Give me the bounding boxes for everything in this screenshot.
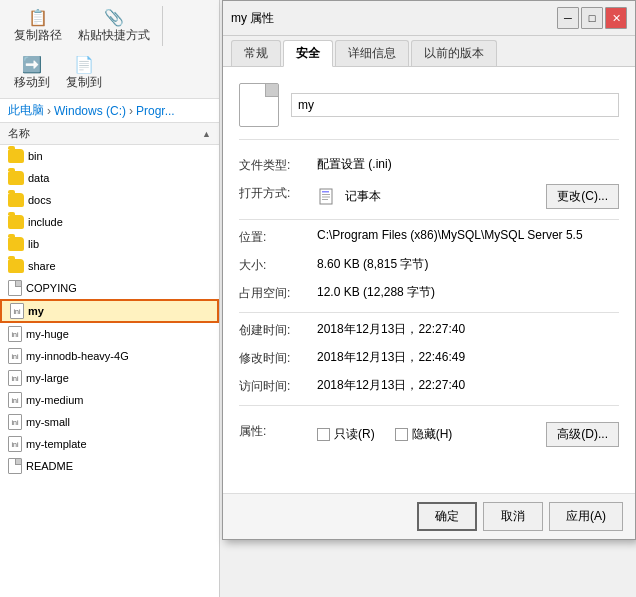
size-label: 大小: <box>239 256 309 274</box>
list-item[interactable]: README <box>0 455 219 477</box>
svg-rect-3 <box>322 196 330 197</box>
move-icon: ➡️ <box>20 54 44 74</box>
file-icon <box>8 280 22 296</box>
list-item[interactable]: COPYING <box>0 277 219 299</box>
file-item-name: README <box>26 460 73 472</box>
toolbar-divider <box>162 6 163 46</box>
tab-previous-versions[interactable]: 以前的版本 <box>411 40 497 66</box>
file-item-name: my-large <box>26 372 69 384</box>
file-item-name: my-huge <box>26 328 69 340</box>
divider3 <box>239 405 619 406</box>
open-with-app: 记事本 <box>345 188 381 205</box>
paste-shortcut-label: 粘贴快捷方式 <box>78 27 150 44</box>
readonly-checkbox[interactable]: 只读(R) <box>317 426 375 443</box>
hidden-label: 隐藏(H) <box>412 426 453 443</box>
copy-to-label: 复制到 <box>66 74 102 91</box>
list-item[interactable]: ini my-huge <box>0 323 219 345</box>
file-item-name: include <box>28 216 63 228</box>
list-item[interactable]: ini my-innodb-heavy-4G <box>0 345 219 367</box>
minimize-button[interactable]: ─ <box>557 7 579 29</box>
tabs-bar: 常规 安全 详细信息 以前的版本 <box>223 36 635 67</box>
size-value: 8.60 KB (8,815 字节) <box>317 256 619 273</box>
file-item-name: lib <box>28 238 39 250</box>
hidden-checkbox-box[interactable] <box>395 428 408 441</box>
file-name-input[interactable] <box>291 93 619 117</box>
list-item[interactable]: docs <box>0 189 219 211</box>
move-to-button[interactable]: ➡️ 移动到 <box>8 51 56 94</box>
modified-value: 2018年12月13日，22:46:49 <box>317 349 619 366</box>
ini-file-icon: ini <box>8 326 22 342</box>
open-with-content: 记事本 更改(C)... <box>317 184 619 209</box>
disk-size-row: 占用空间: 12.0 KB (12,288 字节) <box>239 284 619 302</box>
title-buttons: ─ □ ✕ <box>557 7 627 29</box>
tab-general[interactable]: 常规 <box>231 40 281 66</box>
toolbar: 📋 复制路径 📎 粘贴快捷方式 ➡️ 移动到 📄 复制到 <box>0 0 219 99</box>
paste-shortcut-icon: 📎 <box>102 7 126 27</box>
ini-file-icon: ini <box>8 414 22 430</box>
copy-icon: 📄 <box>72 54 96 74</box>
open-with-label: 打开方式: <box>239 184 309 202</box>
list-item[interactable]: lib <box>0 233 219 255</box>
ini-file-icon: ini <box>8 436 22 452</box>
breadcrumb: 此电脑 › Windows (C:) › Progr... <box>0 99 219 123</box>
file-item-name: data <box>28 172 49 184</box>
list-item[interactable]: bin <box>0 145 219 167</box>
tab-security[interactable]: 安全 <box>283 40 333 67</box>
file-item-name: bin <box>28 150 43 162</box>
copy-to-button[interactable]: 📄 复制到 <box>60 51 108 94</box>
ok-button[interactable]: 确定 <box>417 502 477 531</box>
open-with-row: 打开方式: 记事本 更改(C)... <box>239 184 619 209</box>
folder-icon <box>8 237 24 251</box>
created-row: 创建时间: 2018年12月13日，22:27:40 <box>239 321 619 339</box>
list-item[interactable]: ini my-large <box>0 367 219 389</box>
folder-icon <box>8 149 24 163</box>
column-header[interactable]: 名称 ▲ <box>0 123 219 145</box>
close-button[interactable]: ✕ <box>605 7 627 29</box>
accessed-row: 访问时间: 2018年12月13日，22:27:40 <box>239 377 619 395</box>
svg-rect-2 <box>322 194 330 195</box>
modified-label: 修改时间: <box>239 349 309 367</box>
copy-path-button[interactable]: 📋 复制路径 <box>8 4 68 47</box>
change-button[interactable]: 更改(C)... <box>546 184 619 209</box>
folder-icon <box>8 259 24 273</box>
folder-icon <box>8 215 24 229</box>
tab-details[interactable]: 详细信息 <box>335 40 409 66</box>
breadcrumb-part1[interactable]: 此电脑 <box>8 102 44 119</box>
file-item-name: share <box>28 260 56 272</box>
ini-file-icon: ini <box>8 370 22 386</box>
folder-icon <box>8 171 24 185</box>
dialog-footer: 确定 取消 应用(A) <box>223 493 635 539</box>
list-item[interactable]: share <box>0 255 219 277</box>
cancel-button[interactable]: 取消 <box>483 502 543 531</box>
paste-shortcut-button[interactable]: 📎 粘贴快捷方式 <box>72 4 156 47</box>
list-item[interactable]: data <box>0 167 219 189</box>
file-info-header <box>239 83 619 140</box>
disk-size-value: 12.0 KB (12,288 字节) <box>317 284 619 301</box>
readonly-checkbox-box[interactable] <box>317 428 330 441</box>
list-item[interactable]: ini my-medium <box>0 389 219 411</box>
breadcrumb-part3[interactable]: Progr... <box>136 104 175 118</box>
svg-rect-1 <box>322 191 329 193</box>
advanced-button[interactable]: 高级(D)... <box>546 422 619 447</box>
divider <box>239 219 619 220</box>
dialog-titlebar: my 属性 ─ □ ✕ <box>223 1 635 36</box>
apply-button[interactable]: 应用(A) <box>549 502 623 531</box>
ini-file-icon: ini <box>10 303 24 319</box>
maximize-button[interactable]: □ <box>581 7 603 29</box>
location-label: 位置: <box>239 228 309 246</box>
copy-path-icon: 📋 <box>26 7 50 27</box>
breadcrumb-part2[interactable]: Windows (C:) <box>54 104 126 118</box>
created-value: 2018年12月13日，22:27:40 <box>317 321 619 338</box>
list-item[interactable]: ini my-small <box>0 411 219 433</box>
hidden-checkbox[interactable]: 隐藏(H) <box>395 426 453 443</box>
file-item-name: my-template <box>26 438 87 450</box>
list-item-selected[interactable]: ini my <box>0 299 219 323</box>
file-type-label: 文件类型: <box>239 156 309 174</box>
file-item-name: my-medium <box>26 394 83 406</box>
file-item-name: my-small <box>26 416 70 428</box>
file-icon <box>8 458 22 474</box>
list-item[interactable]: include <box>0 211 219 233</box>
file-list: bin data docs include lib <box>0 145 219 597</box>
list-item[interactable]: ini my-template <box>0 433 219 455</box>
attr-content: 只读(R) 隐藏(H) 高级(D)... <box>317 422 619 447</box>
